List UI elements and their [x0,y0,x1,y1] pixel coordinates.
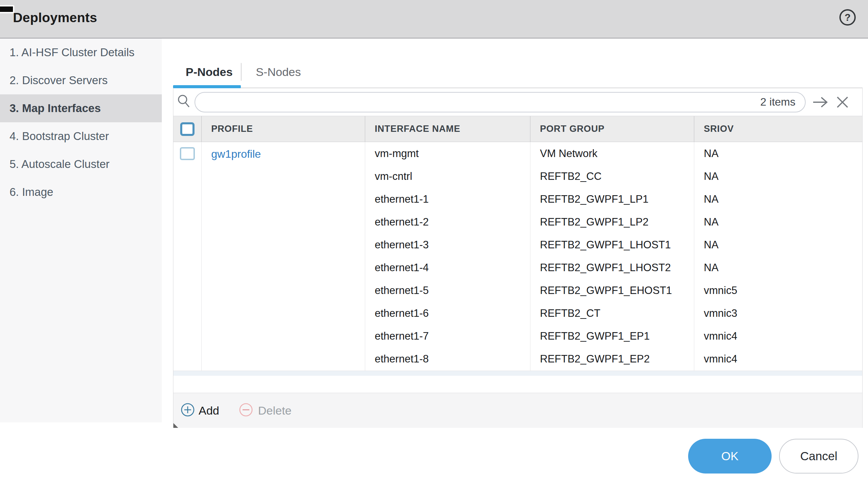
row-checkbox-cell [173,142,202,371]
page-title: Deployments [13,10,97,25]
sidebar-step-image[interactable]: 6. Image [0,178,162,206]
port-group-value: REFTB2_GWPF1_LP2 [530,211,694,233]
column-header-interface-name[interactable]: INTERFACE NAME [365,116,530,142]
row-checkbox[interactable] [180,147,195,160]
select-all-checkbox[interactable] [180,122,195,136]
add-button[interactable]: Add [180,402,219,419]
sidebar-step-discover-servers[interactable]: 2. Discover Servers [0,66,162,94]
search-field-pill: 2 items [195,92,806,112]
sidebar-step-bootstrap-cluster[interactable]: 4. Bootstrap Cluster [0,122,162,150]
delete-minus-icon [238,402,253,419]
sidebar-step-map-interfaces[interactable]: 3. Map Interfaces [0,94,162,122]
add-plus-icon [180,402,195,419]
header-checkbox-cell [173,116,202,142]
interface-name-value: ethernet1-1 [365,188,530,211]
interface-name-value: vm-mgmt [365,142,530,165]
sriov-value: vmnic3 [694,302,862,325]
port-group-value: REFTB2_GWPF1_LHOST2 [530,256,694,279]
interface-name-value: ethernet1-5 [365,279,530,302]
profile-cell: gw1profile [202,142,365,371]
sriov-value: NA [694,211,862,233]
table-search-row: 2 items [173,88,862,116]
port-group-column: VM Network REFTB2_CC REFTB2_GWPF1_LP1 RE… [530,142,694,371]
interface-name-value: ethernet1-8 [365,348,530,371]
delete-button-label: Delete [258,404,292,417]
sriov-value: vmnic4 [694,348,862,371]
port-group-value: REFTB2_GWPF1_LHOST1 [530,233,694,256]
help-glyph: ? [844,12,851,23]
port-group-value: REFTB2_CC [530,165,694,188]
interface-name-value: ethernet1-6 [365,302,530,325]
sriov-column: NA NA NA NA NA NA vmnic5 vmnic3 vmnic4 v… [694,142,862,371]
wizard-steps-sidebar: 1. AI-HSF Cluster Details 2. Discover Se… [0,38,162,422]
interface-name-value: ethernet1-4 [365,256,530,279]
port-group-value: REFTB2_CT [530,302,694,325]
search-icon [176,93,192,111]
sriov-value: NA [694,142,862,165]
port-group-value: REFTB2_GWPF1_EHOST1 [530,279,694,302]
interface-name-column: vm-mgmt vm-cntrl ethernet1-1 ethernet1-2… [365,142,530,371]
sidebar-step-autoscale-cluster[interactable]: 5. Autoscale Cluster [0,150,162,178]
ok-button[interactable]: OK [688,439,772,474]
port-group-value: VM Network [530,142,694,165]
apply-filter-arrow-icon[interactable] [812,95,829,110]
column-header-profile[interactable]: PROFILE [202,116,365,142]
sriov-value: vmnic4 [694,325,862,348]
column-header-sriov[interactable]: SRIOV [694,116,862,142]
cancel-button[interactable]: Cancel [779,439,858,474]
table-footer-band [173,371,862,376]
sriov-value: NA [694,188,862,211]
port-group-value: REFTB2_GWPF1_LP1 [530,188,694,211]
tab-p-nodes[interactable]: P-Nodes [173,56,241,88]
interface-name-value: vm-cntrl [365,165,530,188]
column-header-port-group[interactable]: PORT GROUP [530,116,694,142]
table-empty-gap [173,376,862,393]
table-toolbar: Add Delete [173,393,862,428]
cursor-artifact [0,5,14,13]
search-input[interactable] [195,93,760,112]
interface-name-value: ethernet1-7 [365,325,530,348]
table-header-row: PROFILE INTERFACE NAME PORT GROUP SRIOV [173,116,862,142]
title-bar: Deployments ? [0,0,868,38]
port-group-value: REFTB2_GWPF1_EP2 [530,348,694,371]
deployments-dialog: Deployments ? 1. AI-HSF Cluster Details … [0,0,868,481]
table-body: gw1profile vm-mgmt vm-cntrl ethernet1-1 … [173,142,862,371]
sriov-value: vmnic5 [694,279,862,302]
items-count-badge: 2 items [760,96,795,108]
interface-name-value: ethernet1-3 [365,233,530,256]
sriov-value: NA [694,165,862,188]
interface-name-value: ethernet1-2 [365,211,530,233]
clear-filter-icon[interactable] [835,95,850,110]
interfaces-table-panel: 2 items PROFILE INTERFACE NAME [173,88,863,428]
sriov-value: NA [694,233,862,256]
profile-link[interactable]: gw1profile [211,148,261,160]
resize-grip[interactable] [173,423,178,428]
add-button-label: Add [199,404,219,417]
node-tabs: P-Nodes S-Nodes [173,56,863,88]
help-icon[interactable]: ? [839,9,856,26]
sriov-value: NA [694,256,862,279]
tab-s-nodes[interactable]: S-Nodes [242,56,315,88]
sidebar-step-cluster-details[interactable]: 1. AI-HSF Cluster Details [0,38,162,66]
delete-button[interactable]: Delete [238,402,292,419]
port-group-value: REFTB2_GWPF1_EP1 [530,325,694,348]
